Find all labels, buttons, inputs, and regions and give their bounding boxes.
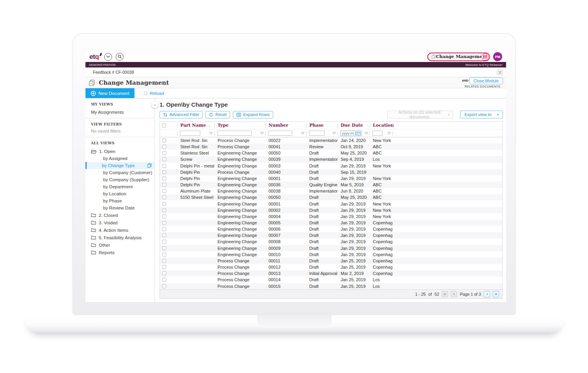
row-checkbox[interactable]: [162, 215, 166, 218]
table-row[interactable]: 5150 Sheet SteelEngineering Change00050D…: [160, 194, 502, 200]
column-header-phase[interactable]: Phase: [306, 122, 338, 129]
row-checkbox[interactable]: [162, 138, 166, 142]
table-row[interactable]: Engineering Change00008DraftJan 29, 2019…: [160, 238, 502, 245]
table-row[interactable]: Engineering Change00005DraftJan 29, 2019…: [160, 220, 502, 226]
row-checkbox[interactable]: [162, 246, 166, 250]
table-row[interactable]: Delphi PinEngineering Change00036Quality…: [160, 182, 502, 188]
sidebar-folder-1-open[interactable]: 1. Open: [85, 147, 154, 155]
filter-input-due-date[interactable]: [340, 131, 356, 136]
table-row[interactable]: Engineering Change00001DraftJan 29, 2019…: [160, 200, 502, 207]
table-row[interactable]: Process Change00011DraftJan 25, 2019Cope…: [160, 258, 502, 264]
expand-rows-button[interactable]: Expand Rows: [233, 111, 273, 118]
select-all-checkbox[interactable]: [162, 124, 166, 127]
table-row[interactable]: Aluminum PlateEngineering Change00038Imp…: [160, 188, 502, 194]
breadcrumb[interactable]: Feedback # CF-00038: [93, 70, 134, 75]
next-page-button[interactable]: [484, 291, 490, 297]
row-checkbox[interactable]: [162, 265, 166, 269]
sidebar-item-my-assignments[interactable]: My Assignments: [91, 110, 154, 115]
first-page-button[interactable]: [442, 291, 448, 297]
sidebar-folder-other[interactable]: Other: [85, 241, 154, 249]
module-grid-icon[interactable]: [481, 53, 488, 60]
sidebar-folder-2-closed[interactable]: 2. Closed: [85, 211, 154, 219]
avatar[interactable]: PM: [493, 52, 502, 61]
sidebar-view-by-company-customer[interactable]: by Company (Customer): [85, 169, 154, 176]
table-row[interactable]: Engineering Change00002DraftJan 29, 2019…: [160, 207, 502, 213]
sidebar-folder-3-voided[interactable]: 3. Voided: [85, 219, 154, 226]
filter-funnel-icon[interactable]: [209, 132, 213, 135]
table-row[interactable]: Stainless SteelEngineering Change00050Dr…: [160, 150, 502, 156]
row-checkbox[interactable]: [162, 221, 166, 225]
table-row[interactable]: Engineering Change00009DraftJan 29, 2019…: [160, 245, 502, 251]
table-row[interactable]: Process Change00014DraftJan 25, 2019Los: [160, 277, 502, 283]
filter-funnel-icon[interactable]: [332, 132, 336, 135]
new-document-button[interactable]: New Document: [85, 88, 134, 98]
row-checkbox[interactable]: [162, 259, 166, 263]
table-row[interactable]: Steel Rod .5inProcess Change00022Impleme…: [160, 137, 502, 144]
row-checkbox[interactable]: [162, 157, 166, 161]
row-checkbox[interactable]: [162, 170, 166, 174]
table-row[interactable]: Delphi PinProcess Change00040DraftSep 15…: [160, 169, 502, 175]
sidebar-folder-5-feasibility-analysis[interactable]: 5. Feasibility Analysis: [85, 234, 154, 241]
sidebar-view-by-assigned[interactable]: by Assigned: [85, 155, 154, 162]
previous-page-button[interactable]: [451, 291, 457, 297]
collapse-sidebar-button[interactable]: ‹: [151, 101, 158, 108]
sidebar-folder-reports[interactable]: Reports: [85, 249, 154, 256]
module-search-pill[interactable]: Change Management: [427, 53, 490, 61]
row-checkbox[interactable]: [162, 183, 166, 187]
row-checkbox[interactable]: [162, 176, 166, 180]
advanced-filter-button[interactable]: Advanced Filter: [160, 111, 203, 118]
sidebar-view-by-company-supplier[interactable]: by Company (Supplier): [85, 176, 154, 183]
row-checkbox[interactable]: [162, 164, 166, 168]
table-row[interactable]: Process Change00012DraftJan 25, 2019Cope…: [160, 264, 502, 270]
row-checkbox[interactable]: [162, 284, 166, 288]
row-checkbox[interactable]: [162, 271, 166, 275]
sidebar-view-by-change-type[interactable]: by Change Type: [85, 162, 154, 169]
row-checkbox[interactable]: [162, 208, 166, 212]
filter-input-location[interactable]: [372, 131, 383, 136]
table-row[interactable]: Engineering Change00007DraftJan 29, 2019…: [160, 232, 502, 238]
global-search-button[interactable]: [116, 53, 123, 61]
table-row[interactable]: Engineering Change00004DraftJan 29, 2019…: [160, 213, 502, 220]
table-row[interactable]: Delphi Pin - metalEngineering Change0000…: [160, 163, 502, 169]
filter-input-type[interactable]: [217, 131, 252, 136]
row-checkbox[interactable]: [162, 278, 166, 282]
filter-input-phase[interactable]: [309, 131, 325, 136]
table-row[interactable]: Engineering Change00006DraftJan 29, 2019…: [160, 226, 502, 232]
reset-button[interactable]: Reset: [205, 111, 230, 118]
row-checkbox[interactable]: [162, 145, 166, 149]
sidebar-view-by-review-date[interactable]: by Review Date: [85, 204, 154, 211]
row-checkbox[interactable]: [162, 195, 166, 199]
table-row[interactable]: Engineering Change00010DraftJan 29, 2019…: [160, 251, 502, 258]
table-row[interactable]: Process Change00013Initial ApprovalMar 2…: [160, 270, 502, 277]
sidebar-view-by-department[interactable]: by Department: [85, 183, 154, 190]
table-row[interactable]: Delphi PinEngineering Change00001DraftJa…: [160, 175, 502, 182]
filter-input-number[interactable]: [268, 131, 292, 136]
table-row[interactable]: Process Change00015DraftJan 25, 2019Los: [160, 283, 502, 289]
filter-funnel-icon[interactable]: [301, 132, 305, 135]
column-header-due-date[interactable]: Due Date: [338, 122, 370, 129]
column-header-part-name[interactable]: Part Name↓: [177, 122, 214, 129]
row-checkbox[interactable]: [162, 240, 166, 244]
sidebar-view-by-location[interactable]: by Location: [85, 190, 154, 197]
filter-funnel-icon[interactable]: [365, 132, 368, 135]
row-checkbox[interactable]: [162, 227, 166, 231]
row-checkbox[interactable]: [162, 253, 166, 257]
sidebar-view-by-phase[interactable]: by Phase: [85, 197, 154, 204]
export-view-button[interactable]: Export view to ▾: [460, 111, 503, 118]
last-page-button[interactable]: [493, 291, 499, 297]
row-checkbox[interactable]: [162, 233, 166, 237]
nav-menu-button[interactable]: [104, 53, 112, 61]
copy-view-icon[interactable]: [147, 163, 152, 168]
filter-funnel-icon[interactable]: [387, 132, 391, 135]
filter-funnel-icon[interactable]: [260, 132, 264, 135]
row-checkbox[interactable]: [162, 202, 166, 206]
row-checkbox[interactable]: [162, 151, 166, 155]
filter-input-part-name[interactable]: [180, 131, 200, 136]
table-row[interactable]: ScrewEngineering Change00039Implementati…: [160, 156, 502, 162]
column-header-number[interactable]: Number: [265, 122, 306, 129]
sidebar-folder-4-action-items[interactable]: 4. Action Items: [85, 226, 154, 234]
row-checkbox[interactable]: [162, 189, 166, 193]
calendar-icon[interactable]: [356, 131, 361, 136]
column-header-location[interactable]: Location: [370, 122, 392, 129]
table-row[interactable]: Steel Rod .5inProcess Change00041ReviewO…: [160, 144, 502, 150]
